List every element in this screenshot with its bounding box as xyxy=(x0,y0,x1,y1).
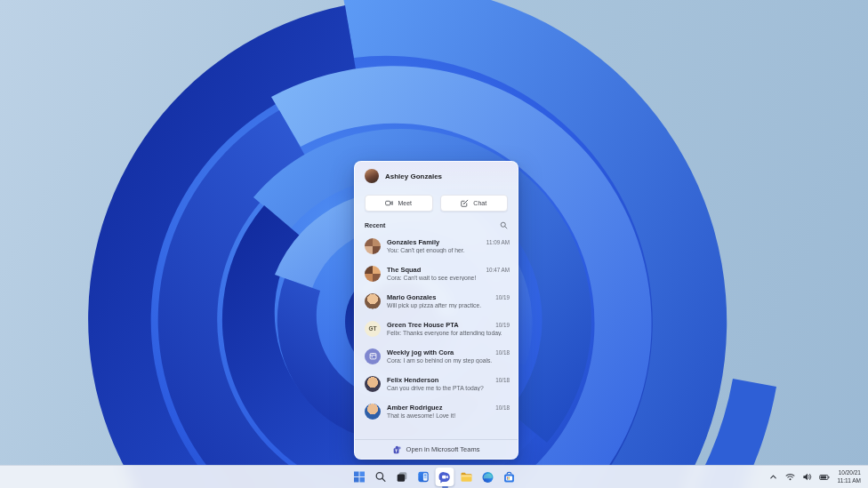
avatar-felix-henderson xyxy=(365,376,381,392)
taskbar: 10/20/21 11:11 AM xyxy=(0,465,868,488)
teams-chat-flyout: Ashley Gonzales Meet Chat Recent xyxy=(354,161,518,460)
start-button[interactable] xyxy=(350,468,369,486)
avatar-the-squad xyxy=(365,266,381,282)
avatar-green-tree-house-pta: GT xyxy=(365,321,381,337)
search-icon[interactable] xyxy=(500,221,508,229)
recent-chat-list: Gonzales Family 11:09 AM You: Can't get … xyxy=(355,232,518,439)
edge-browser-icon xyxy=(481,471,494,484)
avatar-weekly-jog-calendar-icon xyxy=(365,348,381,364)
open-in-teams-label: Open in Microsoft Teams xyxy=(406,445,480,453)
chat-name: Amber Rodriguez xyxy=(387,404,443,412)
task-view-icon xyxy=(397,471,408,483)
chat-item-gonzales-family[interactable]: Gonzales Family 11:09 AM You: Can't get … xyxy=(355,232,518,260)
widgets-icon xyxy=(418,471,430,483)
clock-time: 11:11 AM xyxy=(838,477,862,484)
task-view-button[interactable] xyxy=(393,468,412,486)
chat-preview: You: Can't get enough of her. xyxy=(387,247,510,253)
chat-time: 10/19 xyxy=(495,294,510,300)
chat-preview: Cora: I am so behind on my step goals. xyxy=(387,357,510,364)
wifi-icon[interactable] xyxy=(784,469,798,485)
chat-item-green-tree-house-pta[interactable]: GT Green Tree House PTA 10/19 Felix: Tha… xyxy=(355,315,518,342)
video-camera-icon xyxy=(385,199,393,207)
chat-preview: Will pick up pizza after my practice. xyxy=(387,302,510,308)
windows-logo-icon xyxy=(354,471,366,483)
teams-logo-icon xyxy=(393,445,402,454)
search-button[interactable] xyxy=(372,468,390,486)
tray-chevron-up-icon[interactable] xyxy=(767,469,781,485)
chat-button-taskbar[interactable] xyxy=(436,468,454,486)
chat-button[interactable]: Chat xyxy=(440,195,509,212)
meet-button-label: Meet xyxy=(398,200,412,206)
chat-preview: Felix: Thanks everyone for attending tod… xyxy=(387,330,510,336)
chat-preview: Can you drive me to the PTA today? xyxy=(387,385,510,391)
widgets-button[interactable] xyxy=(414,468,433,486)
chat-button-label: Chat xyxy=(473,200,486,206)
flyout-header: Ashley Gonzales xyxy=(355,162,518,189)
microsoft-store-icon xyxy=(502,471,515,484)
chat-time: 10:47 AM xyxy=(486,267,510,273)
edge-button[interactable] xyxy=(478,468,497,486)
store-button[interactable] xyxy=(500,468,518,486)
file-explorer-icon xyxy=(460,471,472,484)
chat-time: 10/19 xyxy=(495,322,510,328)
file-explorer-button[interactable] xyxy=(457,468,476,486)
chat-time: 10/18 xyxy=(495,349,510,356)
search-icon xyxy=(375,471,387,483)
chat-item-mario-gonzales[interactable]: Mario Gonzales 10/19 Will pick up pizza … xyxy=(355,287,518,315)
chat-preview: That is awesome! Love it! xyxy=(387,412,510,419)
chat-name: Gonzales Family xyxy=(387,238,439,246)
action-buttons-row: Meet Chat xyxy=(355,189,518,213)
compose-icon xyxy=(461,199,469,207)
teams-chat-icon xyxy=(438,471,451,484)
avatar-gonzales-family xyxy=(365,238,381,254)
avatar-amber-rodriguez xyxy=(365,404,381,420)
chat-preview: Cora: Can't wait to see everyone! xyxy=(387,275,510,281)
chat-time: 10/18 xyxy=(495,404,510,411)
chat-name: Mario Gonzales xyxy=(387,293,436,301)
battery-icon[interactable] xyxy=(817,469,832,485)
recent-label: Recent xyxy=(365,222,385,228)
chat-item-weekly-jog-with-cora[interactable]: Weekly jog with Cora 10/18 Cora: I am so… xyxy=(355,342,518,370)
open-in-teams-button[interactable]: Open in Microsoft Teams xyxy=(355,439,518,459)
avatar-mario-gonzales xyxy=(365,293,381,309)
clock-date: 10/20/21 xyxy=(838,469,862,476)
chat-item-amber-rodriguez[interactable]: Amber Rodriguez 10/18 That is awesome! L… xyxy=(355,397,518,425)
chat-name: Green Tree House PTA xyxy=(387,321,459,329)
chat-name: Weekly jog with Cora xyxy=(387,348,454,356)
desktop: Ashley Gonzales Meet Chat Recent xyxy=(0,0,868,488)
chat-name: The Squad xyxy=(387,266,421,274)
user-avatar[interactable] xyxy=(365,169,379,183)
volume-icon[interactable] xyxy=(800,469,815,485)
user-name: Ashley Gonzales xyxy=(385,172,442,180)
taskbar-clock[interactable]: 10/20/21 11:11 AM xyxy=(834,469,865,484)
taskbar-center-icons xyxy=(350,466,518,488)
chat-name: Felix Henderson xyxy=(387,376,438,384)
chat-time: 11:09 AM xyxy=(486,239,510,245)
chat-time: 10/18 xyxy=(495,377,510,383)
recent-header-row: Recent xyxy=(355,213,518,232)
system-tray: 10/20/21 11:11 AM xyxy=(767,466,865,488)
meet-button[interactable]: Meet xyxy=(365,195,433,212)
chat-item-felix-henderson[interactable]: Felix Henderson 10/18 Can you drive me t… xyxy=(355,370,518,397)
chat-item-the-squad[interactable]: The Squad 10:47 AM Cora: Can't wait to s… xyxy=(355,260,518,287)
